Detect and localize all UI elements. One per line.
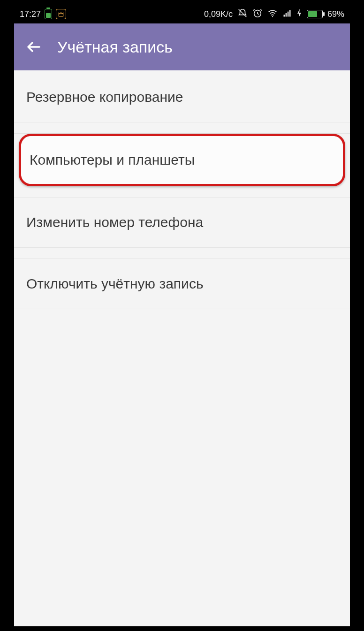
charging-icon: [296, 8, 302, 20]
battery-percent: 69%: [327, 9, 344, 19]
setting-label: Изменить номер телефона: [26, 214, 203, 230]
setting-computers-tablets[interactable]: Компьютеры и планшеты: [21, 136, 343, 184]
app-bar: Учётная запись: [14, 23, 350, 70]
svg-rect-4: [288, 11, 289, 16]
setting-change-phone[interactable]: Изменить номер телефона: [14, 198, 350, 248]
screen: 17:27 0,09K/c 69%: [14, 5, 350, 626]
battery-saver-icon: [45, 9, 52, 19]
svg-rect-2: [283, 15, 285, 16]
list-gap: [14, 248, 350, 259]
status-time: 17:27: [20, 9, 41, 19]
list-gap: [14, 122, 350, 134]
svg-rect-3: [286, 13, 287, 17]
wifi-icon: [267, 8, 278, 21]
svg-point-1: [272, 16, 273, 17]
app-notification-icon: [56, 9, 66, 19]
dnd-icon: [237, 8, 248, 21]
arrow-left-icon: [25, 38, 42, 55]
data-rate: 0,09K/c: [204, 9, 233, 19]
back-button[interactable]: [23, 37, 44, 57]
setting-backup[interactable]: Резервное копирование: [14, 72, 350, 122]
highlight-annotation: Компьютеры и планшеты: [19, 134, 345, 186]
battery-icon: [307, 10, 323, 18]
signal-icon: [282, 8, 292, 20]
setting-label: Компьютеры и планшеты: [30, 152, 195, 167]
alarm-icon: [252, 8, 263, 21]
setting-label: Отключить учётную запись: [26, 276, 204, 291]
setting-label: Резервное копирование: [26, 89, 183, 105]
svg-rect-5: [289, 10, 291, 16]
status-bar: 17:27 0,09K/c 69%: [14, 5, 350, 23]
list-gap: [14, 186, 350, 198]
settings-list: Резервное копирование Компьютеры и планш…: [14, 70, 350, 626]
page-title: Учётная запись: [57, 38, 173, 56]
setting-deactivate-account[interactable]: Отключить учётную запись: [14, 259, 350, 309]
